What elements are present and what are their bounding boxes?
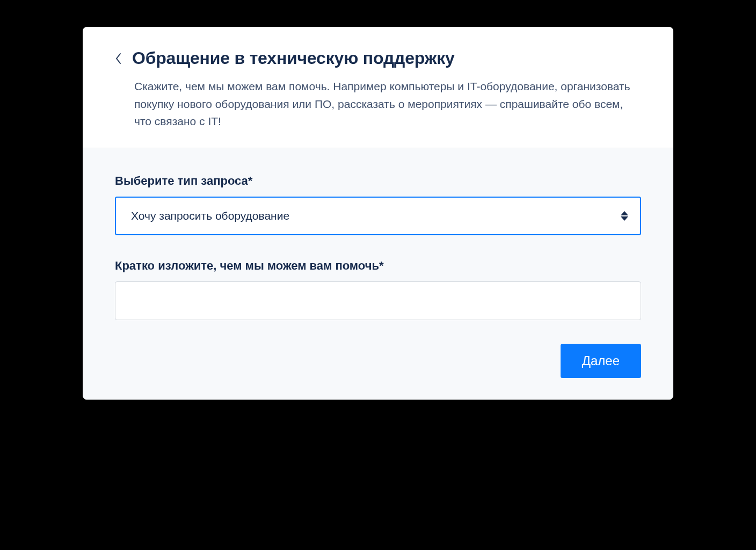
support-request-card: Обращение в техническую поддержку Скажит… — [83, 27, 673, 400]
form-footer: Далее — [115, 344, 641, 378]
summary-group: Кратко изложите, чем мы можем вам помочь… — [115, 259, 641, 320]
request-type-label: Выберите тип запроса* — [115, 174, 641, 188]
page-title: Обращение в техническую поддержку — [132, 48, 455, 68]
back-icon[interactable] — [115, 52, 122, 65]
summary-label: Кратко изложите, чем мы можем вам помочь… — [115, 259, 641, 273]
form-body: Выберите тип запроса* Хочу запросить обо… — [83, 148, 673, 400]
request-type-selected-value: Хочу запросить оборудование — [131, 209, 289, 222]
page-subtitle: Скажите, чем мы можем вам помочь. Наприм… — [134, 78, 641, 131]
card-header: Обращение в техническую поддержку Скажит… — [83, 27, 673, 148]
request-type-select[interactable]: Хочу запросить оборудование — [115, 197, 641, 235]
next-button[interactable]: Далее — [561, 344, 641, 378]
request-type-group: Выберите тип запроса* Хочу запросить обо… — [115, 174, 641, 235]
title-row: Обращение в техническую поддержку — [115, 48, 641, 68]
summary-input[interactable] — [115, 281, 641, 320]
request-type-select-wrap: Хочу запросить оборудование — [115, 197, 641, 235]
